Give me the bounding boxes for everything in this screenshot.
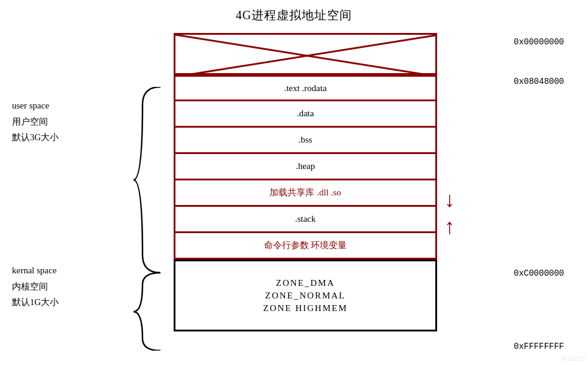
segment-bss-label: .bss — [299, 135, 313, 145]
watermark: 46308273 — [561, 355, 585, 362]
arrow-down-heap: ↓ — [444, 187, 455, 212]
user-space-label: user space 用户空间 默认3G大小 — [12, 99, 59, 147]
segment-bss: .bss — [174, 128, 437, 154]
kernel-space-line3: 默认1G大小 — [12, 295, 59, 309]
kernel-space-line2: 内核空间 — [12, 280, 59, 294]
addr-label-4: 0xFFFFFFFF — [514, 342, 564, 351]
segment-shared-lib: 加载共享库 .dll .so — [174, 180, 437, 207]
top-section — [174, 33, 437, 75]
diagram-container: 4G进程虚拟地址空间 0x00000000 0x08048000 0xC0000… — [0, 0, 588, 365]
kernel-space-line1: kernal space — [12, 264, 59, 277]
segment-stack-label: .stack — [295, 214, 316, 224]
segment-cmdargs-label: 命令行参数 环境变量 — [264, 240, 347, 251]
segment-heap-label: .heap — [296, 161, 315, 171]
user-space-line2: 用户空间 — [12, 115, 59, 129]
user-space-line1: user space — [12, 99, 59, 113]
zone-highmem: ZONE HIGHMEM — [263, 303, 347, 313]
segment-shared-lib-label: 加载共享库 .dll .so — [269, 187, 341, 198]
kernel-space-label: kernal space 内核空间 默认1G大小 — [12, 264, 59, 312]
kernel-space-brace — [131, 273, 166, 351]
segment-heap: .heap — [174, 154, 437, 180]
user-space-brace — [131, 87, 166, 273]
zone-dma: ZONE_DMA — [276, 278, 335, 288]
user-space-line3: 默认3G大小 — [12, 131, 59, 144]
kernel-zones-section: ZONE_DMA ZONE_NORMAL ZONE HIGHMEM — [174, 260, 437, 331]
segment-data-label: .data — [297, 108, 314, 119]
segment-cmdargs: 命令行参数 环境变量 — [174, 233, 437, 260]
segment-text-rodata-label: .text .rodata — [284, 83, 326, 93]
segment-text-rodata: .text .rodata — [174, 75, 437, 101]
addr-label-2: 0x08048000 — [514, 77, 564, 86]
memory-diagram: .text .rodata .data .bss .heap 加载共享库 .dl… — [174, 33, 437, 331]
addr-label-1: 0x00000000 — [514, 37, 564, 47]
zone-normal: ZONE_NORMAL — [265, 291, 346, 301]
arrow-up-stack: ↑ — [444, 214, 455, 239]
addr-label-3: 0xC0000000 — [514, 269, 564, 278]
segment-stack: .stack — [174, 207, 437, 233]
page-title: 4G进程虚拟地址空间 — [0, 7, 588, 23]
cross-lines — [175, 35, 437, 75]
segment-data: .data — [174, 101, 437, 128]
